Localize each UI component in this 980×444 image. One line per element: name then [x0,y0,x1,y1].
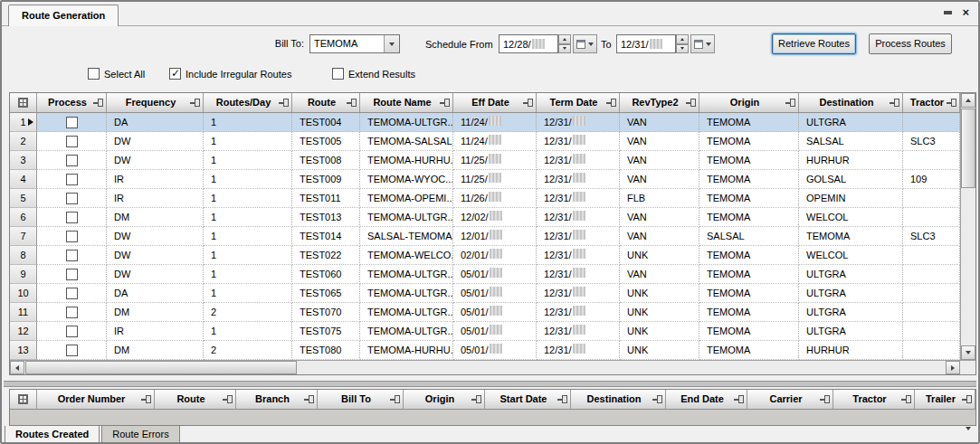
column-header-tractor[interactable]: Tractor [833,390,915,410]
column-header-frequency[interactable]: Frequency [107,93,204,113]
pin-icon[interactable] [962,395,972,403]
grid-row[interactable]: 8DW1TEST022TEMOMA-WELCO...02/01/12/31/UN… [10,246,960,265]
process-routes-button[interactable]: Process Routes [869,33,952,54]
tab-route-generation[interactable]: Route Generation [8,5,119,26]
spin-down-button[interactable] [676,44,689,54]
column-header-term-date[interactable]: Term Date [537,93,620,113]
pin-icon[interactable] [944,11,952,14]
pin-icon[interactable] [652,395,662,403]
field-chooser-button[interactable] [10,390,37,410]
column-header-revtype2[interactable]: RevType2 [620,93,699,113]
grid-row[interactable]: 11DM2TEST070TEMOMA-ULTGR...05/01/12/31/U… [10,303,960,322]
schedule-from-calendar-button[interactable] [573,34,597,53]
row-header[interactable]: 3 [10,151,37,170]
column-header-destination[interactable]: Destination [571,390,666,410]
grid-row[interactable]: 6DM1TEST013TEMOMA-ULTGR...12/02/12/31/VA… [10,208,960,227]
spin-down-button[interactable] [558,44,571,54]
bill-to-dropdown-button[interactable] [384,35,399,52]
pin-icon[interactable] [686,99,696,107]
grid-row[interactable]: 10DA1TEST065TEMOMA-ULTGR...05/01/12/31/U… [10,284,960,303]
column-header-tractor[interactable]: Tractor [903,93,960,113]
pin-icon[interactable] [141,395,151,403]
bill-to-select[interactable]: TEMOMA [309,34,400,53]
column-header-route-name[interactable]: Route Name [360,93,453,113]
vertical-scrollbar[interactable] [960,93,975,360]
column-header-route[interactable]: Route [292,93,360,113]
row-header[interactable]: 7 [10,227,37,246]
schedule-to-input[interactable]: 12/31/ [616,34,676,53]
select-all-checkbox[interactable] [88,68,100,80]
row-header[interactable]: 9 [10,265,37,284]
pin-icon[interactable] [93,99,103,107]
column-header-process[interactable]: Process [37,93,107,113]
grid-row[interactable]: 2DW1TEST005TEMOMA-SALSAL...11/24/12/31/V… [10,132,960,151]
column-header-branch[interactable]: Branch [236,390,318,410]
row-header[interactable]: 13 [10,341,37,360]
pin-icon[interactable] [390,395,400,403]
pin-icon[interactable] [471,395,481,403]
process-checkbox[interactable] [66,326,78,337]
grid-row[interactable]: 1DA1TEST004TEMOMA-ULTGR...11/24/12/31/VA… [10,113,960,132]
scroll-down-button[interactable] [961,345,975,360]
panel-splitter[interactable] [4,381,976,387]
process-checkbox[interactable] [66,307,78,318]
field-chooser-button[interactable] [10,93,37,113]
extend-results-checkbox[interactable] [332,68,344,80]
pin-icon[interactable] [223,395,233,403]
grid-row[interactable]: 12IR1TEST075TEMOMA-ULTGR...05/01/12/31/U… [10,322,960,341]
process-checkbox[interactable] [66,117,78,128]
include-irregular-checkbox[interactable] [169,68,181,80]
pin-icon[interactable] [190,99,200,107]
grid-row[interactable]: 13DM2TEST080TEMOMA-HURHU...05/01/12/31/U… [10,341,960,360]
column-header-origin[interactable]: Origin [699,93,799,113]
process-checkbox[interactable] [66,193,78,204]
row-header[interactable]: 5 [10,189,37,208]
process-checkbox[interactable] [66,155,78,166]
process-checkbox[interactable] [66,212,78,223]
row-header[interactable]: 12 [10,322,37,341]
scroll-up-button[interactable] [961,93,975,108]
column-header-trailer[interactable]: Trailer [915,390,975,410]
column-header-eff-date[interactable]: Eff Date [453,93,537,113]
column-header-bill-to[interactable]: Bill To [318,390,404,410]
grid-row[interactable]: 3DW1TEST008TEMOMA-HURHU...11/25/12/31/VA… [10,151,960,170]
pin-icon[interactable] [557,395,567,403]
scroll-left-button[interactable] [10,361,24,374]
column-header-end-date[interactable]: End Date [666,390,747,410]
process-checkbox[interactable] [66,345,78,356]
pin-icon[interactable] [734,395,744,403]
schedule-from-input[interactable]: 12/28/ [499,34,558,53]
process-checkbox[interactable] [66,288,78,299]
row-header[interactable]: 1 [10,113,37,132]
pin-icon[interactable] [785,99,795,107]
pin-icon[interactable] [890,99,899,107]
row-header[interactable]: 6 [10,208,37,227]
pin-icon[interactable] [820,395,830,403]
retrieve-routes-button[interactable]: Retrieve Routes [772,33,856,54]
grid-row[interactable]: 4IR1TEST009TEMOMA-WYOC...11/25/12/31/VAN… [10,170,960,189]
column-header-destination[interactable]: Destination [799,93,903,113]
column-header-route[interactable]: Route [155,390,236,410]
pin-icon[interactable] [523,99,533,107]
schedule-to-calendar-button[interactable] [690,34,715,53]
row-header[interactable]: 11 [10,303,37,322]
tab-route-errors[interactable]: Route Errors [101,426,179,443]
process-checkbox[interactable] [66,174,78,185]
spin-up-button[interactable] [676,34,689,44]
pin-icon[interactable] [606,99,616,107]
column-header-carrier[interactable]: Carrier [747,390,833,410]
process-checkbox[interactable] [66,250,78,261]
process-checkbox[interactable] [66,136,78,147]
column-header-routes-day[interactable]: Routes/Day [204,93,292,113]
grid-row[interactable]: 9DW1TEST060TEMOMA-ULTGR...05/01/12/31/VA… [10,265,960,284]
process-checkbox[interactable] [66,269,78,280]
pin-icon[interactable] [347,99,357,107]
scrollbar-thumb[interactable] [961,109,975,188]
grid-row[interactable]: 5IR1TEST011TEMOMA-OPEMI...11/26/12/31/FL… [10,189,960,208]
process-checkbox[interactable] [66,231,78,242]
spin-up-button[interactable] [558,34,571,44]
column-header-origin[interactable]: Origin [404,390,485,410]
close-icon[interactable]: × [962,6,969,19]
row-header[interactable]: 2 [10,132,37,151]
pin-icon[interactable] [279,99,289,107]
